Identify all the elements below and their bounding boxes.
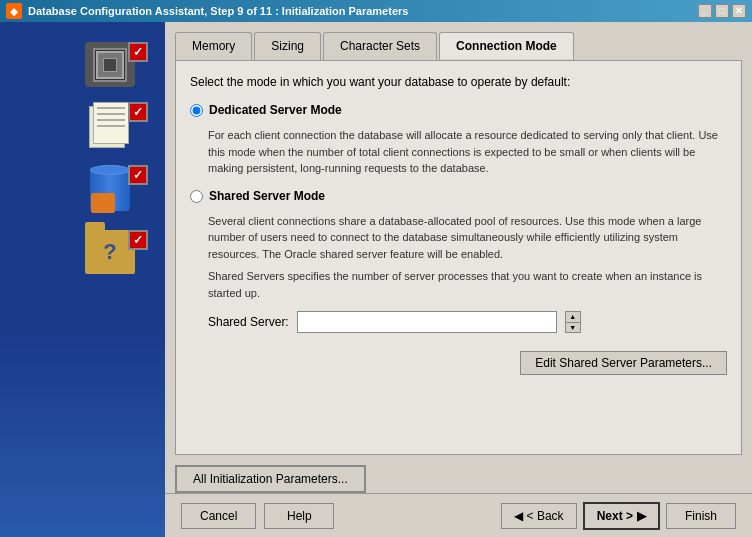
sidebar-item-1: ✓ bbox=[10, 42, 155, 87]
panel-description: Select the mode in which you want your d… bbox=[190, 75, 727, 89]
close-btn[interactable]: ✕ bbox=[732, 4, 746, 18]
tab-character-sets[interactable]: Character Sets bbox=[323, 32, 437, 60]
help-button[interactable]: Help bbox=[264, 503, 334, 529]
shared-server-label: Shared Server: bbox=[208, 315, 289, 329]
back-label: < Back bbox=[527, 509, 564, 523]
dedicated-label: Dedicated Server Mode bbox=[209, 103, 342, 117]
edit-shared-server-btn[interactable]: Edit Shared Server Parameters... bbox=[520, 351, 727, 375]
back-button[interactable]: ◀ < Back bbox=[501, 503, 577, 529]
check-3: ✓ bbox=[128, 165, 148, 185]
footer-right-buttons: ◀ < Back Next > ▶ Finish bbox=[501, 502, 736, 530]
check-2: ✓ bbox=[128, 102, 148, 122]
content-panel: Select the mode in which you want your d… bbox=[175, 60, 742, 455]
footer: Cancel Help ◀ < Back Next > ▶ Finish bbox=[165, 493, 752, 537]
spinner-down-btn[interactable]: ▼ bbox=[566, 323, 580, 333]
spinner: ▲ ▼ bbox=[565, 311, 581, 333]
window-controls: _ □ ✕ bbox=[698, 4, 746, 18]
panel-bottom: All Initialization Parameters... bbox=[175, 465, 742, 493]
finish-button[interactable]: Finish bbox=[666, 503, 736, 529]
shared-option: Shared Server Mode bbox=[190, 189, 727, 203]
sidebar-item-3: ✓ bbox=[10, 165, 155, 215]
next-arrow-icon: ▶ bbox=[637, 509, 646, 523]
shared-desc1: Several client connections share a datab… bbox=[208, 213, 727, 263]
shared-label: Shared Server Mode bbox=[209, 189, 325, 203]
shared-server-row: Shared Server: ▲ ▼ bbox=[208, 311, 727, 333]
dedicated-radio[interactable] bbox=[190, 104, 203, 117]
tab-connection-mode[interactable]: Connection Mode bbox=[439, 32, 574, 60]
tab-memory[interactable]: Memory bbox=[175, 32, 252, 60]
check-4: ✓ bbox=[128, 230, 148, 250]
footer-left-buttons: Cancel Help bbox=[181, 503, 334, 529]
app-icon: ◆ bbox=[6, 3, 22, 19]
shared-desc2: Shared Servers specifies the number of s… bbox=[208, 268, 727, 301]
next-label: Next > bbox=[597, 509, 633, 523]
next-button[interactable]: Next > ▶ bbox=[583, 502, 660, 530]
title-bar: ◆ Database Configuration Assistant, Step… bbox=[0, 0, 752, 22]
shared-radio[interactable] bbox=[190, 190, 203, 203]
tab-bar: Memory Sizing Character Sets Connection … bbox=[175, 32, 742, 60]
back-arrow-icon: ◀ bbox=[514, 509, 523, 523]
sidebar: ✓ ✓ bbox=[0, 22, 165, 537]
dedicated-description: For each client connection the database … bbox=[208, 127, 727, 177]
shared-server-input[interactable] bbox=[297, 311, 557, 333]
radio-group: Dedicated Server Mode For each client co… bbox=[190, 103, 727, 177]
maximize-btn[interactable]: □ bbox=[715, 4, 729, 18]
shared-group: Shared Server Mode Several client connec… bbox=[190, 189, 727, 376]
cancel-button[interactable]: Cancel bbox=[181, 503, 256, 529]
minimize-btn[interactable]: _ bbox=[698, 4, 712, 18]
sidebar-item-2: ✓ bbox=[10, 102, 155, 150]
sidebar-item-4: ? ✓ bbox=[10, 230, 155, 274]
init-params-btn[interactable]: All Initialization Parameters... bbox=[175, 465, 366, 493]
dedicated-option: Dedicated Server Mode bbox=[190, 103, 727, 117]
window-title: Database Configuration Assistant, Step 9… bbox=[28, 5, 698, 17]
check-1: ✓ bbox=[128, 42, 148, 62]
spinner-up-btn[interactable]: ▲ bbox=[566, 312, 580, 323]
tab-sizing[interactable]: Sizing bbox=[254, 32, 321, 60]
